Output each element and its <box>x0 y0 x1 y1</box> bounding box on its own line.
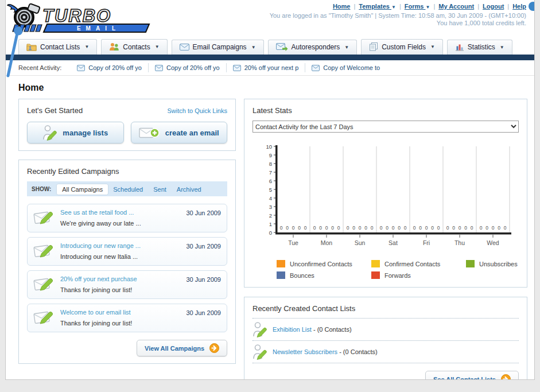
top-nav-logout[interactable]: Logout <box>483 3 504 10</box>
svg-text:9: 9 <box>269 152 272 158</box>
latest-stats-panel: Latest Stats Contact Activity for the La… <box>244 99 527 288</box>
tab-label: Email Campaigns <box>193 43 247 51</box>
campaign-subtitle: Thanks for joining our list! <box>60 286 132 293</box>
top-nav-forms[interactable]: Forms ▼ <box>405 3 430 10</box>
contact-list-link[interactable]: Newsletter Subscribers <box>273 348 337 355</box>
campaign-title-link[interactable]: See us at the retail food ... <box>60 209 180 216</box>
corner-dot-decoration <box>529 2 535 11</box>
recent-activity-item-label: 20% off your next p <box>244 64 299 71</box>
legend-swatch <box>466 260 475 267</box>
filter-tab-scheduled[interactable]: Scheduled <box>108 184 148 195</box>
header: TURBO EMAIL Home|Templates ▼|Forms ▼|My … <box>6 0 534 33</box>
header-right: Home|Templates ▼|Forms ▼|My Account|Logo… <box>270 3 526 26</box>
campaign-title-link[interactable]: 20% off your next purchase <box>60 275 180 282</box>
tab-label: Contacts <box>123 43 150 51</box>
create-an-email-button[interactable]: create an email <box>131 122 228 143</box>
recent-activity-items: Copy of 20% off yoCopy of 20% off yo20% … <box>71 63 386 72</box>
page-title: Home <box>18 83 522 93</box>
tab-label: Contact Lists <box>40 43 80 51</box>
orange-arrow-circle-icon <box>209 343 219 353</box>
contact-list-row[interactable]: Exhibition List - (0 Contacts) <box>252 318 519 340</box>
legend-label: Unsubscribes <box>479 261 518 267</box>
top-nav-help[interactable]: Help <box>512 3 526 10</box>
nav-separator: | <box>353 3 355 10</box>
turbo-email-logo[interactable]: TURBO EMAIL <box>7 2 151 36</box>
recent-activity-item-label: Copy of 20% off yo <box>166 64 220 71</box>
svg-text:Fri: Fri <box>423 239 430 246</box>
login-status: You are logged in as "Timothy Smith" | S… <box>270 12 526 19</box>
envelope-pencil-icon <box>33 275 55 293</box>
top-nav-home[interactable]: Home <box>333 3 351 10</box>
nav-separator: | <box>433 3 435 10</box>
top-nav-my-account[interactable]: My Account <box>438 3 474 10</box>
tab-autoresponders[interactable]: Autoresponders▼ <box>268 40 358 55</box>
svg-text:10: 10 <box>266 143 272 150</box>
campaign-title-link[interactable]: Introducing our new range ... <box>60 242 180 249</box>
campaign-card[interactable]: Welcome to our email list Thanks for joi… <box>27 304 227 332</box>
stats-period-select[interactable]: Contact Activity for the Last 7 Days <box>252 121 519 133</box>
credits-status: You have 1,000 total credits left. <box>270 20 526 26</box>
filter-tab-sent[interactable]: Sent <box>148 184 172 195</box>
chevron-down-icon: ▼ <box>425 5 430 10</box>
tab-contact-lists[interactable]: Contact Lists▼ <box>18 39 97 55</box>
svg-text:0: 0 <box>313 225 316 231</box>
tab-contacts[interactable]: Contacts▼ <box>101 39 167 55</box>
logo-title-text: TURBO <box>42 6 111 26</box>
recent-activity-item[interactable]: Copy of Welcome to <box>305 63 386 72</box>
view-all-campaigns-button[interactable]: View All Campaigns <box>137 340 227 356</box>
contacts-people-icon <box>109 42 119 51</box>
see-all-contact-lists-button[interactable]: See All Contact Lists <box>425 371 519 380</box>
chevron-down-icon: ▼ <box>84 44 89 49</box>
envelope-small-icon <box>77 65 85 71</box>
filter-tab-all-campaigns[interactable]: All Campaigns <box>57 184 108 195</box>
filter-tab-archived[interactable]: Archived <box>172 184 207 195</box>
svg-text:0: 0 <box>431 225 434 231</box>
recent-activity-item[interactable]: 20% off your next p <box>227 63 306 72</box>
person-pencil-icon <box>252 321 267 337</box>
legend-label: Forwards <box>384 272 411 279</box>
legend-label: Unconfirmed Contacts <box>290 261 352 267</box>
right-column: Latest Stats Contact Activity for the La… <box>244 99 527 380</box>
recent-activity-item[interactable]: Copy of 20% off yo <box>149 63 227 72</box>
svg-text:4: 4 <box>269 195 272 201</box>
tab-label: Statistics <box>468 43 495 51</box>
svg-text:0: 0 <box>437 225 440 231</box>
legend-item-forwards: Forwards <box>371 271 460 279</box>
svg-text:0: 0 <box>352 225 355 231</box>
svg-text:0: 0 <box>398 225 401 231</box>
campaign-card[interactable]: 20% off your next purchase Thanks for jo… <box>27 270 227 299</box>
left-column: Let's Get Started Switch to Quick Links … <box>18 99 236 364</box>
svg-text:3: 3 <box>269 204 272 210</box>
recent-campaigns-title: Recently Edited Campaigns <box>27 167 227 176</box>
latest-stats-title: Latest Stats <box>252 106 519 115</box>
recent-activity-item[interactable]: Copy of 20% off yo <box>71 63 149 72</box>
svg-text:Thu: Thu <box>454 239 465 246</box>
switch-quick-links-link[interactable]: Switch to Quick Links <box>167 107 227 114</box>
nav-separator: | <box>477 3 479 10</box>
contact-lists-folder-icon <box>26 42 37 51</box>
legend-item-confirmed-contacts: Confirmed Contacts <box>371 260 460 267</box>
contact-activity-chart: 01234567891000000Tue00000Mon00000Sun0000… <box>259 142 519 258</box>
tab-statistics[interactable]: Statistics▼ <box>447 40 512 55</box>
contact-list-link[interactable]: Exhibition List <box>273 326 312 333</box>
campaign-date: 30 Jun 2009 <box>186 209 221 216</box>
svg-text:0: 0 <box>480 225 483 231</box>
tab-custom-fields[interactable]: Custom Fields▼ <box>361 39 443 55</box>
legend-item-unsubscribes: Unsubscribes <box>466 260 519 267</box>
contact-list-row[interactable]: Newsletter Subscribers - (0 Contacts) <box>252 340 519 363</box>
campaign-date: 30 Jun 2009 <box>186 276 221 283</box>
show-filter-label: SHOW: <box>32 186 51 192</box>
chevron-down-icon: ▼ <box>430 44 435 49</box>
get-started-panel: Let's Get Started Switch to Quick Links … <box>18 99 236 151</box>
top-nav-templates[interactable]: Templates ▼ <box>359 3 396 10</box>
tab-email-campaigns[interactable]: Email Campaigns▼ <box>172 40 264 55</box>
contact-list-text: Exhibition List - (0 Contacts) <box>273 326 352 333</box>
campaign-title-link[interactable]: Welcome to our email list <box>60 309 180 316</box>
manage-lists-button[interactable]: manage lists <box>27 122 124 143</box>
campaign-card[interactable]: Introducing our new range ... Introducin… <box>27 237 227 266</box>
main-content: Home Let's Get Started Switch to Quick L… <box>6 76 534 380</box>
legend-label: Bounces <box>290 272 314 279</box>
campaign-card[interactable]: See us at the retail food ... We're givi… <box>27 204 227 232</box>
envelope-pencil-icon <box>33 208 55 226</box>
contact-list-rows: Exhibition List - (0 Contacts) Newslette… <box>252 318 519 363</box>
